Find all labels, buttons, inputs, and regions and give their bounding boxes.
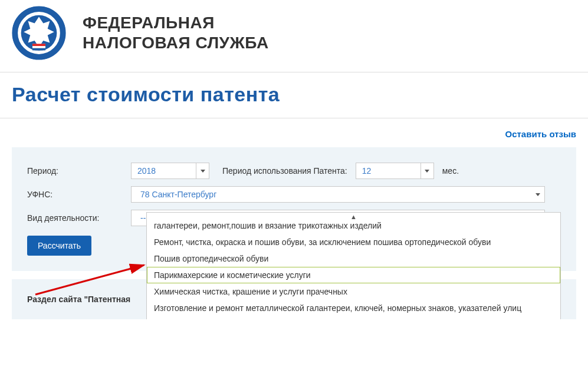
feedback-row: Оставить отзыв [0,118,588,143]
org-name-line2: НАЛОГОВАЯ СЛУЖБА [83,33,269,53]
region-value: 78 Санкт-Петербург [140,190,216,199]
caret-icon [531,187,544,202]
site-header: ФЕДЕРАЛЬНАЯ НАЛОГОВАЯ СЛУЖБА [0,0,588,72]
fns-logo [12,6,66,60]
usage-select[interactable]: 12 [356,163,434,179]
usage-label: Период использования Патента: [222,166,347,176]
activity-label: Вид деятельности: [27,213,131,223]
dropdown-option[interactable]: Парикмахерские и косметические услуги [147,267,560,283]
period-label: Период: [27,166,131,176]
period-value: 2018 [137,166,156,176]
region-label: УФНС: [27,190,131,199]
dropdown-option[interactable]: Пошив ортопедической обуви [147,250,560,267]
dropdown-option[interactable]: Изготовление и ремонт металлической гала… [147,300,560,316]
dropdown-option[interactable]: Ремонт и техническое обслуживание бытово… [147,316,560,319]
usage-value: 12 [362,166,372,176]
row-period: Период: 2018 Период использования Патент… [27,163,561,179]
calculate-button[interactable]: Рассчитать [27,236,91,256]
activity-dropdown: ▲ галантереи, ремонт,пошив и вязание три… [146,212,561,319]
dropdown-option[interactable]: Ремонт, чистка, окраска и пошив обуви, з… [147,234,560,250]
period-select[interactable]: 2018 [131,163,209,179]
page-title: Расчет стоимости патента [0,72,588,118]
caret-icon [196,163,209,178]
row-region: УФНС: 78 Санкт-Петербург [27,186,561,203]
org-name: ФЕДЕРАЛЬНАЯ НАЛОГОВАЯ СЛУЖБА [83,13,269,52]
caret-icon [421,163,433,178]
form-panel: Период: 2018 Период использования Патент… [12,147,576,271]
scroll-up-icon[interactable]: ▲ [147,213,560,220]
dropdown-option[interactable]: галантереи, ремонт,пошив и вязание трико… [147,220,560,234]
usage-suffix: мес. [442,166,459,176]
region-select[interactable]: 78 Санкт-Петербург [131,186,545,203]
svg-rect-4 [32,44,45,46]
org-name-line1: ФЕДЕРАЛЬНАЯ [83,13,269,33]
section-text: Раздел сайта "Патентная [27,295,130,304]
dropdown-option[interactable]: Химическая чистка, крашение и услуги пра… [147,283,560,300]
feedback-link[interactable]: Оставить отзыв [505,129,577,139]
svg-rect-5 [32,48,45,51]
